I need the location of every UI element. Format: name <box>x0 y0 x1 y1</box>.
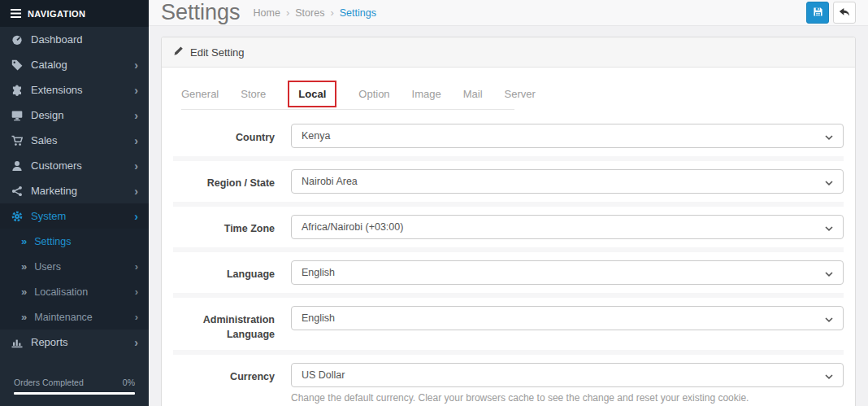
local-settings-form: Country Kenya Region / State <box>173 116 844 406</box>
breadcrumb-separator-icon: › <box>330 7 333 19</box>
chevron-right-icon: › <box>134 135 138 146</box>
orders-completed-label: Orders Completed <box>14 378 84 387</box>
puzzle-icon <box>11 84 23 96</box>
chevron-right-icon: › <box>135 311 138 323</box>
edit-setting-panel: Edit Setting General Store Local Option … <box>161 37 856 406</box>
time-zone-label: Time Zone <box>173 215 291 239</box>
tab-general[interactable]: General <box>181 85 219 103</box>
user-icon <box>11 159 23 172</box>
dashboard-icon <box>11 33 23 46</box>
sidebar-item-extensions[interactable]: Extensions › <box>0 77 149 103</box>
sidebar-item-catalog[interactable]: Catalog › <box>0 52 149 77</box>
sidebar-item-system[interactable]: System › <box>0 203 149 229</box>
gear-icon <box>11 210 23 222</box>
orders-completed-progress-bar <box>14 392 135 395</box>
page-header: Settings Home › Stores › Settings <box>149 0 868 26</box>
sidebar-item-design[interactable]: Design › <box>0 103 149 128</box>
sidebar-item-customers[interactable]: Customers › <box>0 153 149 178</box>
breadcrumb-settings[interactable]: Settings <box>340 7 376 19</box>
double-chevron-icon: » <box>21 260 27 273</box>
sidebar-item-sales[interactable]: Sales › <box>0 128 149 153</box>
breadcrumb-home[interactable]: Home <box>254 7 280 19</box>
chevron-down-icon <box>825 174 833 189</box>
administration-language-select-value: English <box>302 312 335 324</box>
system-submenu: » Settings » Users › » Localisation › » … <box>0 229 149 330</box>
tab-mail[interactable]: Mail <box>463 85 483 103</box>
sidebar-item-reports[interactable]: Reports › <box>0 330 149 355</box>
chevron-right-icon: › <box>134 85 138 96</box>
time-zone-select-value: Africa/Nairobi (+03:00) <box>302 221 403 233</box>
double-chevron-icon: » <box>21 286 27 298</box>
form-row-administration-language: Administration Language English <box>173 298 844 355</box>
chevron-down-icon <box>825 311 833 325</box>
tag-icon <box>11 59 23 71</box>
region-state-select[interactable]: Nairobi Area <box>291 169 844 194</box>
sidebar-item-label: Customers <box>31 159 134 172</box>
sidebar-item-label: Design <box>31 109 134 121</box>
form-row-time-zone: Time Zone Africa/Nairobi (+03:00) <box>173 207 844 252</box>
country-select[interactable]: Kenya <box>291 124 844 148</box>
share-icon <box>11 185 23 197</box>
sidebar-navigation-header[interactable]: NAVIGATION <box>0 0 149 27</box>
main-content: Settings Home › Stores › Settings <box>149 0 868 406</box>
sidebar-item-label: Sales <box>31 134 134 146</box>
back-button[interactable] <box>833 2 856 24</box>
chevron-right-icon: › <box>135 260 138 273</box>
tab-local[interactable]: Local <box>288 81 336 107</box>
currency-select[interactable]: US Dollar <box>291 363 844 387</box>
sidebar-subitem-label: Maintenance <box>34 312 134 323</box>
bar-chart-icon <box>11 336 23 348</box>
form-row-region-state: Region / State Nairobi Area <box>173 161 844 207</box>
currency-label: Currency <box>173 363 291 404</box>
form-row-currency: Currency US Dollar Change the default cu… <box>173 355 844 406</box>
sidebar-item-label: Marketing <box>31 185 134 197</box>
sidebar-stats: Orders Completed 0% <box>0 369 149 406</box>
chevron-right-icon: › <box>134 59 138 71</box>
pencil-icon <box>173 45 184 59</box>
chevron-down-icon <box>825 220 833 234</box>
sidebar-subitem-label: Settings <box>34 236 138 247</box>
sidebar-subitem-label: Localisation <box>34 286 134 298</box>
monitor-icon <box>11 109 23 121</box>
sidebar: NAVIGATION Dashboard Catalog › Extension… <box>0 0 149 406</box>
breadcrumb-stores[interactable]: Stores <box>295 7 324 19</box>
sidebar-subitem-localisation[interactable]: » Localisation › <box>0 279 149 304</box>
double-chevron-icon: » <box>21 235 27 247</box>
sidebar-subitem-users[interactable]: » Users › <box>0 254 149 279</box>
sidebar-subitem-maintenance[interactable]: » Maintenance › <box>0 304 149 330</box>
chevron-down-icon <box>825 129 833 143</box>
tab-store[interactable]: Store <box>241 85 266 103</box>
chevron-right-icon: › <box>134 186 138 197</box>
sidebar-item-label: Extensions <box>31 84 134 96</box>
language-label: Language <box>173 260 291 285</box>
sidebar-subitem-settings[interactable]: » Settings <box>0 229 149 254</box>
content-area: Edit Setting General Store Local Option … <box>149 26 868 406</box>
chevron-right-icon: › <box>134 337 138 348</box>
sidebar-item-marketing[interactable]: Marketing › <box>0 178 149 203</box>
tab-option[interactable]: Option <box>358 85 389 103</box>
breadcrumb-separator-icon: › <box>286 7 289 19</box>
language-select[interactable]: English <box>291 260 844 285</box>
chevron-down-icon <box>825 265 833 280</box>
panel-body: General Store Local Option Image Mail Se… <box>162 68 855 406</box>
navigation-title: NAVIGATION <box>28 9 85 19</box>
sidebar-subitem-label: Users <box>34 261 134 273</box>
sidebar-item-label: Catalog <box>31 59 134 71</box>
chevron-down-icon <box>825 368 833 382</box>
country-select-value: Kenya <box>302 130 330 142</box>
form-row-country: Country Kenya <box>173 116 844 161</box>
save-icon <box>813 6 823 20</box>
tab-image[interactable]: Image <box>412 85 441 103</box>
chevron-right-icon: › <box>134 110 138 121</box>
sidebar-item-label: Dashboard <box>31 33 138 46</box>
currency-help-text: Change the default currency. Clear your … <box>291 392 844 404</box>
time-zone-select[interactable]: Africa/Nairobi (+03:00) <box>291 215 844 239</box>
administration-language-select[interactable]: English <box>291 306 844 330</box>
double-chevron-icon: » <box>21 311 27 323</box>
tab-server[interactable]: Server <box>505 85 536 103</box>
region-state-label: Region / State <box>173 169 291 194</box>
sidebar-item-dashboard[interactable]: Dashboard <box>0 27 149 52</box>
orders-completed-value: 0% <box>123 378 135 387</box>
save-button[interactable] <box>806 2 829 24</box>
country-label: Country <box>173 124 291 148</box>
